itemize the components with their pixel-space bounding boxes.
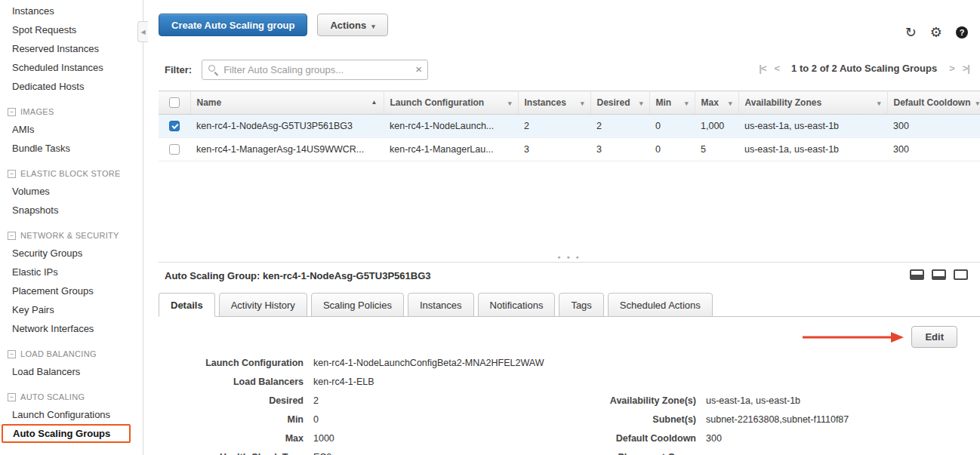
column-menu-icon[interactable]: ▾ <box>508 100 512 107</box>
sidebar-item-snapshots[interactable]: Snapshots <box>0 201 143 220</box>
sidebar-item-key-pairs[interactable]: Key Pairs <box>0 300 143 319</box>
column-header-min[interactable]: Min▾ <box>649 91 695 115</box>
clear-filter-icon[interactable]: × <box>415 63 422 75</box>
column-menu-icon[interactable]: ▾ <box>639 100 643 107</box>
sidebar-item-auto-scaling-groups[interactable]: Auto Scaling Groups <box>2 424 131 443</box>
column-menu-icon[interactable]: ▾ <box>877 100 881 107</box>
first-page-icon[interactable]: |< <box>759 63 766 74</box>
sidebar-collapse-button[interactable]: ◀ <box>137 21 148 42</box>
cell-cooldown: 300 <box>887 138 980 161</box>
sidebar-item-load-balancers[interactable]: Load Balancers <box>0 362 143 381</box>
filter-label: Filter: <box>165 64 192 75</box>
sidebar-item-spot-requests[interactable]: Spot Requests <box>0 20 143 39</box>
cell-azs: us-east-1a, us-east-1b <box>738 138 887 161</box>
column-label: Instances <box>525 97 566 108</box>
tab-tags[interactable]: Tags <box>559 293 603 317</box>
field-value: 2 <box>313 394 319 407</box>
tab-instances[interactable]: Instances <box>408 293 474 317</box>
row-checkbox[interactable] <box>169 121 180 131</box>
create-asg-button[interactable]: Create Auto Scaling group <box>159 14 307 36</box>
sidebar-item-security-groups[interactable]: Security Groups <box>0 244 143 263</box>
sidebar-item-launch-configurations[interactable]: Launch Configurations <box>0 405 143 424</box>
sidebar-section-auto-scaling[interactable]: −AUTO SCALING <box>0 388 143 405</box>
sidebar-section-label: AUTO SCALING <box>20 392 85 401</box>
pane-bottom-icon[interactable] <box>932 269 946 280</box>
help-icon[interactable]: ? <box>956 26 968 38</box>
sidebar-item-volumes[interactable]: Volumes <box>0 182 143 201</box>
sidebar-item-reserved-instances[interactable]: Reserved Instances <box>0 39 143 58</box>
sidebar-item-amis[interactable]: AMIs <box>0 120 143 139</box>
collapse-section-icon[interactable]: − <box>8 108 16 116</box>
details-tabs: DetailsActivity HistoryScaling PoliciesI… <box>159 293 980 317</box>
sidebar-section-network-security[interactable]: −NETWORK & SECURITY <box>0 226 143 244</box>
details-fields-left: Launch Configurationken-rc4-1-NodeLaunch… <box>159 356 544 455</box>
previous-page-icon[interactable]: < <box>774 63 779 74</box>
column-header-max[interactable]: Max▾ <box>695 91 738 115</box>
gear-icon[interactable]: ⚙ <box>930 26 942 39</box>
sidebar-item-dedicated-hosts[interactable]: Dedicated Hosts <box>0 77 143 96</box>
field-label: Launch Configuration <box>159 356 304 370</box>
sidebar-section-images[interactable]: −IMAGES <box>0 103 143 120</box>
sidebar-item-instances[interactable]: Instances <box>0 2 143 20</box>
table-row[interactable]: ken-rc4-1-ManagerAsg-14US9WWCR...ken-rc4… <box>159 138 980 161</box>
refresh-icon[interactable]: ↻ <box>905 26 917 39</box>
column-menu-icon[interactable]: ▾ <box>581 100 584 107</box>
pane-split-icon[interactable] <box>910 269 924 280</box>
tab-scaling-policies[interactable]: Scaling Policies <box>311 293 404 317</box>
filter-bar: Filter: × |< < 1 to 2 of 2 Auto Scaling … <box>159 60 980 80</box>
splitter-grip-icon[interactable]: ● ● ● <box>557 254 581 260</box>
field-label: Health Check Type <box>159 450 304 455</box>
sort-ascending-icon: ▲ <box>371 99 378 106</box>
field-label: Min <box>159 413 304 426</box>
column-menu-icon[interactable]: ▾ <box>975 100 979 107</box>
column-header-select-all[interactable] <box>159 91 190 115</box>
sidebar-item-scheduled-instances[interactable]: Scheduled Instances <box>0 58 143 77</box>
field-row: Availability Zone(s)us-east-1a, us-east-… <box>551 394 849 407</box>
field-value: EC2 <box>313 450 331 455</box>
sidebar-item-placement-groups[interactable]: Placement Groups <box>0 281 143 300</box>
tab-notifications[interactable]: Notifications <box>478 293 556 317</box>
cell-instances: 2 <box>518 115 590 138</box>
row-checkbox[interactable] <box>169 144 180 155</box>
select-all-checkbox[interactable] <box>169 97 180 108</box>
sidebar-section-label: ELASTIC BLOCK STORE <box>20 169 121 178</box>
pane-full-icon[interactable] <box>954 269 968 280</box>
sidebar-section-elastic-block-store[interactable]: −ELASTIC BLOCK STORE <box>0 164 143 182</box>
collapse-section-icon[interactable]: − <box>8 350 16 358</box>
edit-arrow-annotation <box>803 331 904 343</box>
edit-button[interactable]: Edit <box>911 326 957 348</box>
actions-button[interactable]: Actions▾ <box>317 14 387 36</box>
collapse-section-icon[interactable]: − <box>8 232 16 240</box>
column-menu-icon[interactable]: ▾ <box>685 100 689 107</box>
collapse-section-icon[interactable]: − <box>8 170 16 178</box>
filter-input[interactable] <box>202 60 428 80</box>
column-header-availability-zones[interactable]: Availability Zones▾ <box>738 91 887 115</box>
sidebar-item-bundle-tasks[interactable]: Bundle Tasks <box>0 139 143 158</box>
field-value: 1000 <box>313 432 334 445</box>
column-header-instances[interactable]: Instances▾ <box>518 91 590 115</box>
cell-name: ken-rc4-1-ManagerAsg-14US9WWCR... <box>190 138 384 161</box>
column-label: Min <box>656 97 672 108</box>
column-header-launch-configuration[interactable]: Launch Configuration▾ <box>384 91 518 115</box>
asg-table: Name▲Launch Configuration▾Instances▾Desi… <box>159 91 980 161</box>
column-header-default-cooldown[interactable]: Default Cooldown▾ <box>887 91 980 115</box>
last-page-icon[interactable]: >| <box>963 63 969 74</box>
pane-splitter[interactable]: ● ● ● <box>159 161 980 263</box>
tab-scheduled-actions[interactable]: Scheduled Actions <box>608 293 713 317</box>
tab-details[interactable]: Details <box>159 293 215 317</box>
column-menu-icon[interactable]: ▾ <box>729 100 732 107</box>
tab-activity-history[interactable]: Activity History <box>219 293 307 317</box>
cell-instances: 3 <box>518 138 590 161</box>
sidebar-item-network-interfaces[interactable]: Network Interfaces <box>0 319 143 338</box>
column-label: Desired <box>597 97 630 108</box>
column-label: Default Cooldown <box>894 97 971 108</box>
sidebar-item-elastic-ips[interactable]: Elastic IPs <box>0 263 143 281</box>
column-header-desired[interactable]: Desired▾ <box>590 91 649 115</box>
next-page-icon[interactable]: > <box>949 63 954 74</box>
sidebar-section-load-balancing[interactable]: −LOAD BALANCING <box>0 345 143 362</box>
column-header-name[interactable]: Name▲ <box>190 91 384 115</box>
cell-max: 1,000 <box>695 115 738 138</box>
sidebar-section-label: LOAD BALANCING <box>20 349 97 358</box>
table-row[interactable]: ken-rc4-1-NodeAsg-G5TU3P561BG3ken-rc4-1-… <box>159 115 980 138</box>
collapse-section-icon[interactable]: − <box>8 393 16 401</box>
